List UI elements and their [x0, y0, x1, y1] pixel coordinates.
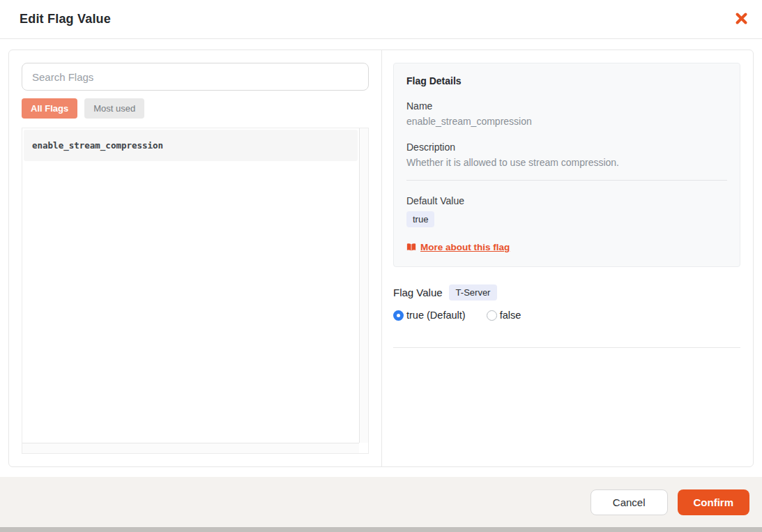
default-value-label: Default Value: [406, 195, 727, 206]
search-input[interactable]: [22, 63, 369, 91]
name-label: Name: [406, 100, 727, 112]
description-label: Description: [406, 142, 727, 153]
flag-value-options: true (Default) false: [393, 310, 740, 321]
radio-option-false-label: false: [500, 310, 521, 321]
flag-list-item-label: enable_stream_compression: [32, 140, 163, 151]
radio-option-false[interactable]: false: [487, 310, 521, 321]
radio-option-true-label: true (Default): [406, 310, 466, 321]
flag-details-card: Flag Details Name enable_stream_compress…: [393, 63, 740, 267]
radio-checked-icon: [393, 310, 404, 321]
flag-editor-card: All Flags Most used enable_stream_compre…: [8, 50, 754, 467]
flag-list-panel: All Flags Most used enable_stream_compre…: [9, 50, 382, 466]
more-about-flag-row: More about this flag: [406, 242, 727, 252]
details-divider: [406, 180, 727, 181]
flag-value-label: Flag Value: [393, 287, 443, 298]
book-icon: [406, 243, 416, 252]
flag-detail-panel: Flag Details Name enable_stream_compress…: [382, 50, 753, 466]
tab-most-used[interactable]: Most used: [84, 98, 144, 119]
flag-list-container: enable_stream_compression: [22, 128, 369, 454]
radio-option-true[interactable]: true (Default): [393, 310, 466, 321]
flag-list: enable_stream_compression: [22, 128, 359, 443]
confirm-button[interactable]: Confirm: [678, 489, 750, 515]
flag-value-divider: [393, 347, 740, 348]
flag-details-heading: Flag Details: [406, 75, 727, 86]
tab-all-flags[interactable]: All Flags: [22, 98, 77, 119]
flag-list-item[interactable]: enable_stream_compression: [24, 130, 358, 161]
flag-value-section: Flag Value T-Server true (Default) false: [393, 284, 740, 348]
close-button[interactable]: [731, 10, 751, 29]
horizontal-scrollbar[interactable]: [22, 443, 359, 453]
dialog-footer: Cancel Confirm: [0, 477, 762, 527]
dialog-title: Edit Flag Value: [20, 12, 111, 26]
page-horizontal-scrollbar[interactable]: [0, 527, 762, 532]
dialog-header: Edit Flag Value: [0, 0, 762, 39]
flag-filter-tabs: All Flags Most used: [22, 98, 369, 119]
scope-badge: T-Server: [449, 284, 498, 301]
description-value: Whether it is allowed to use stream comp…: [406, 157, 727, 168]
more-about-flag-link[interactable]: More about this flag: [420, 242, 510, 252]
vertical-scrollbar[interactable]: [359, 128, 368, 443]
default-value-badge: true: [406, 211, 434, 227]
radio-unchecked-icon: [487, 310, 497, 321]
cancel-button[interactable]: Cancel: [590, 489, 668, 515]
close-icon: [735, 12, 748, 27]
name-value: enable_stream_compression: [406, 116, 727, 127]
